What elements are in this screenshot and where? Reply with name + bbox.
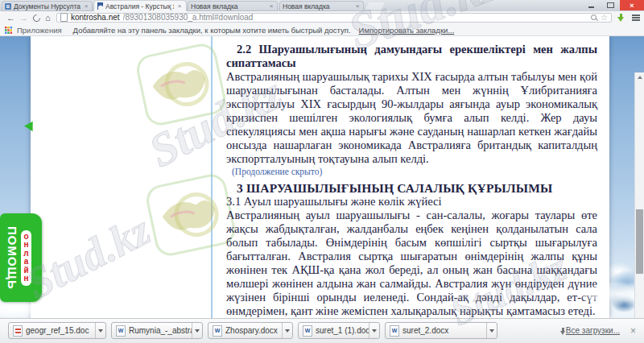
tab-strip: Документы Нурсултана Австралия - Курстық…: [0, 0, 644, 11]
online-label: онлайн: [21, 230, 31, 286]
forward-button[interactable]: →: [19, 12, 28, 24]
section-3-1-heading: 3.1 Ауыл шаруашылығы және көлік жүйесі: [226, 195, 597, 209]
download-filename: suret_1 (1).docx: [312, 326, 369, 335]
home-button[interactable]: ⌂: [45, 12, 51, 24]
tab-new-2[interactable]: Новая вкладка: [279, 1, 364, 11]
scrollbar-thumb[interactable]: [636, 209, 643, 274]
tab-title: Австралия - Курстық жұ: [105, 2, 174, 10]
download-indicator-icon[interactable]: [617, 14, 625, 23]
url-domain: kontrosha.net: [71, 13, 120, 22]
download-filename: suret_2.docx: [399, 326, 486, 335]
minimize-button[interactable]: [581, 0, 601, 10]
tab-documents[interactable]: Документы Нурсултана: [2, 1, 93, 11]
apps-label[interactable]: Приложения: [17, 26, 62, 35]
tab-close-icon[interactable]: [268, 3, 275, 10]
menu-icon[interactable]: [632, 14, 640, 21]
browser-window: Документы Нурсултана Австралия - Курстық…: [0, 0, 644, 343]
background-clouds-art: [608, 260, 635, 318]
browser-toolbar: ← → ⌂ kontrosha.net /89301308035930_a.ht…: [0, 11, 644, 25]
dropdown-caret-icon[interactable]: [95, 323, 105, 338]
back-button[interactable]: ←: [6, 12, 15, 24]
download-filename: Zhospary.docx: [222, 326, 282, 335]
help-online-widget[interactable]: ПОМОЩЬ онлайн: [0, 213, 42, 302]
scrollbar[interactable]: [634, 72, 644, 318]
doc-file-icon: [13, 325, 23, 337]
import-bookmarks-link[interactable]: Импортировать закладки...: [359, 26, 455, 35]
address-bar[interactable]: kontrosha.net /89301308035930_a.html#dow…: [56, 13, 612, 23]
download-item[interactable]: suret_1 (1).docx: [298, 322, 380, 339]
new-tab-button[interactable]: [365, 2, 385, 10]
tab-close-icon[interactable]: [83, 3, 89, 10]
tab-title: Новая вкладка: [283, 2, 352, 10]
refresh-button[interactable]: [31, 13, 42, 23]
download-item[interactable]: Rumynia_-_abstralia.docx: [111, 322, 203, 339]
tab-australia-active[interactable]: Австралия - Курстық жұ: [94, 1, 186, 11]
maximize-button[interactable]: [601, 0, 620, 10]
download-filename: geogr_ref_15.doc: [23, 326, 95, 335]
bookmark-star-icon[interactable]: [601, 14, 608, 22]
url-path: /89301308035930_a.html#download: [123, 13, 588, 22]
scroll-up-arrow-icon[interactable]: [635, 72, 644, 82]
dropdown-caret-icon[interactable]: [486, 323, 497, 338]
bookmarks-bar: Приложения Добавляйте на эту панель закл…: [0, 25, 644, 36]
section-2-2-heading: 2.2 Шаруашылығының дамуындағы ерекшелікт…: [226, 43, 597, 70]
download-item[interactable]: suret_2.docx: [385, 322, 497, 339]
page-icon: [60, 13, 68, 22]
window-controls: [581, 0, 644, 10]
continuation-hidden-link[interactable]: (Продолжение скрыто): [232, 167, 597, 177]
section-3-heading: 3 ШАРУАШЫЛЫҒЫНЫҢ САЛАЛЫҚ ҚҰРЫЛЫМЫ: [226, 181, 597, 195]
dropdown-caret-icon[interactable]: [369, 323, 379, 338]
document-text: 2.2 Шаруашылығының дамуындағы ерекшелікт…: [226, 43, 597, 318]
section-2-2-paragraph: Австралияның шаруашылық тарихы XIX ғасыр…: [226, 70, 597, 166]
word-file-icon: [213, 325, 222, 337]
tab-title: Новая вкладка: [191, 2, 266, 10]
help-label: ПОМОЩЬ: [5, 226, 19, 290]
tab-title: Документы Нурсултана: [14, 2, 80, 10]
download-item[interactable]: Zhospary.docx: [208, 322, 293, 339]
studkz-bird-logo-watermark: [131, 39, 230, 130]
word-file-icon: [390, 325, 399, 337]
web-content-area: 2.2 Шаруашылығының дамуындағы ерекшелікт…: [0, 36, 644, 318]
show-all-downloads-link[interactable]: Все загрузки...: [566, 326, 620, 335]
document-page: 2.2 Шаруашылығының дамуындағы ерекшелікт…: [31, 36, 609, 318]
word-file-icon: [303, 325, 312, 337]
tab-new-1[interactable]: Новая вкладка: [188, 1, 278, 11]
zoom-indicator-icon[interactable]: [591, 14, 597, 21]
dropdown-caret-icon[interactable]: [192, 323, 202, 338]
downloads-bar: geogr_ref_15.doc Rumynia_-_abstralia.doc…: [0, 318, 644, 343]
dropdown-caret-icon[interactable]: [282, 323, 292, 338]
close-downloads-bar-icon[interactable]: [630, 325, 636, 337]
tab-close-icon[interactable]: [176, 3, 183, 10]
tab-close-icon[interactable]: [354, 3, 361, 10]
download-item[interactable]: geogr_ref_15.doc: [8, 322, 106, 339]
section-3-1-paragraph: Австралияның ауыл шаруашылығы - сан-сала…: [226, 209, 597, 318]
close-window-button[interactable]: [620, 0, 644, 10]
apps-grid-icon[interactable]: [5, 27, 12, 34]
flag-favicon: [97, 2, 103, 10]
vk-docs-favicon: [5, 3, 11, 10]
word-file-icon: [116, 325, 126, 337]
bookmarks-hint: Добавляйте на эту панель закладки, к кот…: [73, 26, 351, 35]
download-filename: Rumynia_-_abstralia.docx: [126, 326, 192, 335]
